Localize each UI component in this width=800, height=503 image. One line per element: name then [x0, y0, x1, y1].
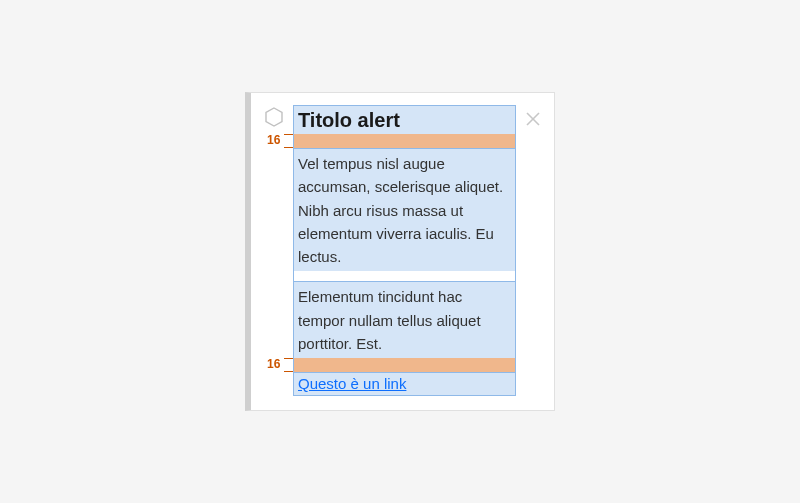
alert-link[interactable]: Questo è un link: [298, 375, 406, 392]
spacing-label-top: 16: [267, 133, 280, 147]
alert-content: Titolo alert 16 Vel tempus nisl augue ac…: [293, 105, 516, 396]
alert-card: Titolo alert 16 Vel tempus nisl augue ac…: [245, 92, 555, 411]
alert-title: Titolo alert: [293, 105, 516, 134]
guide-line: [284, 371, 293, 372]
guide-line: [284, 134, 293, 135]
hexagon-icon: [265, 107, 283, 127]
paragraph-gap: [293, 271, 516, 281]
svg-marker-0: [266, 108, 282, 126]
spacing-gap-top: [293, 134, 516, 148]
alert-body-paragraph-1: Vel tempus nisl augue accumsan, sceleris…: [293, 148, 516, 271]
alert-body-paragraph-2: Elementum tincidunt hac tempor nullam te…: [293, 281, 516, 358]
spacing-label-bottom: 16: [267, 357, 280, 371]
alert-link-row: Questo è un link: [293, 372, 516, 396]
alert-inner: Titolo alert 16 Vel tempus nisl augue ac…: [251, 93, 554, 410]
spacing-gap-bottom: [293, 358, 516, 372]
close-icon[interactable]: [526, 108, 540, 130]
guide-line: [284, 358, 293, 359]
guide-line: [284, 147, 293, 148]
alert-icon-cell: [265, 105, 283, 396]
close-cell: [526, 105, 540, 396]
